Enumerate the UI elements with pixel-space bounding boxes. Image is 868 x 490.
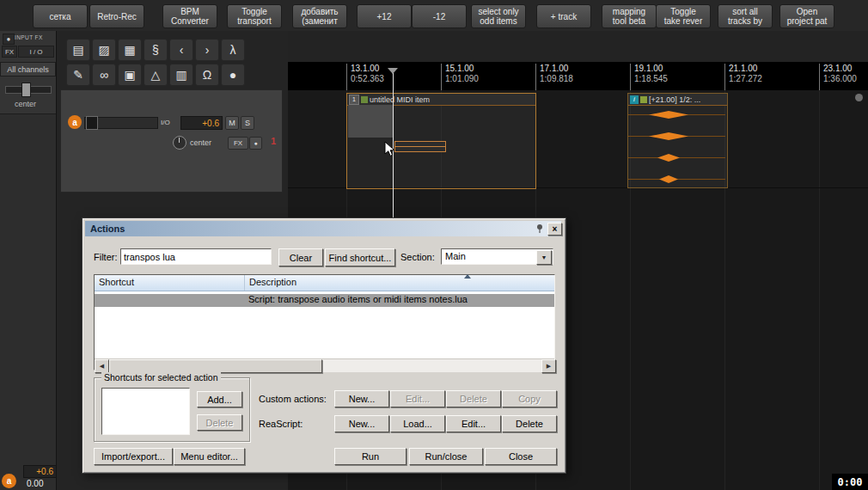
record-arm-badge[interactable]: a — [2, 474, 16, 488]
ruler-top-spacer — [288, 31, 868, 62]
toolbar-button-select-odd-items[interactable]: select only odd items — [471, 4, 526, 28]
pitch-point-icon[interactable] — [649, 111, 688, 119]
master-volume-value[interactable]: +0.6 — [23, 465, 57, 478]
add-shortcut-button[interactable]: Add... — [197, 391, 242, 407]
midi-item[interactable]: 1 untitled MIDI item — [346, 93, 536, 189]
toolbar-button-add-track[interactable]: + track — [536, 4, 591, 28]
toolbar-button-open-project[interactable]: Open project pat — [779, 4, 834, 28]
reascript-delete-button[interactable]: Delete — [502, 415, 557, 432]
take-item-header[interactable]: i [+21.00] 1/2: ... — [628, 94, 727, 106]
track-control-panel: a I/O +0.6 M S center FX ● 1 — [60, 89, 283, 193]
action-description-cell: Script: transpose audio items or midi it… — [245, 294, 468, 307]
timeline-ruler[interactable]: 13.1.00 0:52.363 15.1.00 1:01.090 17.1.0… — [288, 62, 868, 91]
toolbar-button-add-replace[interactable]: добавить (заменит — [292, 4, 347, 28]
pencil-icon[interactable]: ✎ — [66, 64, 90, 86]
track-pan-label: center — [190, 138, 211, 147]
nav-left-icon[interactable]: ‹ — [169, 39, 193, 61]
shortcuts-listbox[interactable] — [101, 388, 190, 435]
pin-icon[interactable] — [535, 224, 546, 234]
toolbar-button-toggle-transport[interactable]: Toggle transport — [227, 4, 282, 28]
envelope-icon[interactable]: △ — [144, 64, 168, 86]
omega-icon[interactable]: Ω — [195, 64, 219, 86]
column-shortcut[interactable]: Shortcut — [95, 275, 245, 291]
dialog-title-bar[interactable]: Actions — [85, 221, 561, 236]
marker-bar: 19.1.00 — [634, 64, 668, 74]
filter-input[interactable] — [120, 248, 272, 265]
midi-item-header[interactable]: 1 untitled MIDI item — [347, 94, 535, 106]
io-label[interactable]: I/O — [161, 119, 170, 126]
solo-button[interactable]: S — [241, 116, 254, 130]
link-icon[interactable]: ∞ — [92, 64, 116, 86]
pan-fader-handle[interactable] — [21, 83, 31, 97]
lock-icon[interactable]: ● — [221, 64, 245, 86]
custom-new-button[interactable]: New... — [334, 390, 389, 407]
marker-time: 1:36.000 — [823, 74, 857, 84]
action-shortcut-cell — [95, 294, 245, 307]
volume-value[interactable]: +0.6 — [180, 116, 223, 130]
take-item[interactable]: i [+21.00] 1/2: ... — [627, 93, 728, 188]
toolbar-button-grid[interactable]: сетка — [33, 4, 88, 28]
volume-fader-handle[interactable] — [86, 116, 98, 130]
toolbar-button-plus12[interactable]: +12 — [357, 4, 412, 28]
shortcuts-group-title: Shortcuts for selected action — [101, 372, 221, 383]
grid-items-icon[interactable]: ▣ — [118, 64, 142, 86]
run-button[interactable]: Run — [334, 448, 406, 465]
pitch-point-icon[interactable] — [659, 175, 678, 183]
close-button[interactable]: Close — [485, 448, 557, 465]
reascript-new-button[interactable]: New... — [334, 415, 389, 432]
clear-button[interactable]: Clear — [278, 248, 323, 266]
take-glyph-icon — [640, 96, 647, 103]
toolbar-button-retro-rec[interactable]: Retro-Rec — [89, 4, 144, 28]
grid-lines-icon[interactable]: ▥ — [169, 64, 193, 86]
toolbar-button-mapping-tool[interactable]: mapping tool beta — [602, 4, 657, 28]
close-icon[interactable]: × — [547, 223, 562, 236]
actions-list[interactable]: Shortcut Description Script: transpose a… — [94, 274, 555, 371]
sort-arrow-icon — [464, 274, 471, 279]
power-icon[interactable]: ● — [3, 34, 15, 45]
info-icon[interactable]: i — [630, 95, 639, 104]
reascript-load-button[interactable]: Load... — [390, 415, 445, 432]
scrollbar-thumb[interactable] — [109, 359, 322, 373]
import-export-button[interactable]: Import/export... — [94, 448, 173, 465]
reaper-window: сетка Retro-Rec BPM Converter Toggle tra… — [0, 0, 868, 490]
chevron-down-icon[interactable]: ▼ — [536, 250, 552, 265]
section-select[interactable]: Main ▼ — [441, 248, 553, 265]
find-shortcut-button[interactable]: Find shortcut... — [325, 248, 395, 266]
pan-knob[interactable] — [173, 136, 186, 150]
document-icon[interactable]: ▤ — [66, 39, 90, 61]
run-close-button[interactable]: Run/close — [409, 448, 483, 465]
menu-editor-button[interactable]: Menu editor... — [174, 448, 245, 465]
io-button[interactable]: I / O — [18, 46, 54, 58]
track-record-badge[interactable]: a — [68, 115, 82, 129]
take-item-title: [+21.00] 1/2: ... — [649, 95, 700, 104]
toolbar-button-sort-tracks[interactable]: sort all tracks by — [718, 4, 773, 28]
toolbar-button-bpm-converter[interactable]: BPM Converter — [162, 4, 217, 28]
all-channels-button[interactable]: All channels — [0, 62, 56, 77]
fx-button[interactable]: FX — [228, 137, 248, 150]
delete-shortcut-button: Delete — [197, 414, 242, 431]
reascript-edit-button[interactable]: Edit... — [446, 415, 501, 432]
timeline-marker: 15.1.00 1:01.090 — [441, 64, 479, 90]
fx-button[interactable]: FX — [2, 46, 17, 58]
scroll-left-icon[interactable]: ◀ — [95, 359, 109, 373]
metronome-icon[interactable]: λ — [221, 39, 245, 61]
marker-time: 1:18.545 — [634, 74, 668, 84]
save-icon[interactable]: ▦ — [118, 39, 142, 61]
pitch-point-icon[interactable] — [657, 154, 680, 162]
column-description[interactable]: Description — [245, 275, 554, 291]
master-pan-value: 0.00 — [27, 479, 43, 488]
fx-bypass-icon[interactable]: ● — [249, 137, 262, 150]
action-row-selected[interactable]: Script: transpose audio items or midi it… — [95, 294, 554, 307]
mute-button[interactable]: M — [225, 116, 239, 130]
toolbar-button-toggle-take[interactable]: Toggle take rever — [656, 4, 711, 28]
paperclip-icon[interactable]: § — [144, 39, 168, 61]
vertical-scrollbar[interactable] — [855, 94, 863, 101]
scroll-right-icon[interactable]: ▶ — [541, 359, 556, 373]
nav-right-icon[interactable]: › — [195, 39, 219, 61]
horizontal-scrollbar[interactable]: ◀ ▶ — [95, 358, 554, 372]
toolbar-button-minus12[interactable]: -12 — [412, 4, 467, 28]
reascript-label: ReaScript: — [259, 419, 303, 429]
timeline-marker: 23.1.00 1:36.000 — [819, 64, 857, 90]
pitch-point-icon[interactable] — [649, 132, 688, 140]
open-project-icon[interactable]: ▨ — [92, 39, 116, 61]
